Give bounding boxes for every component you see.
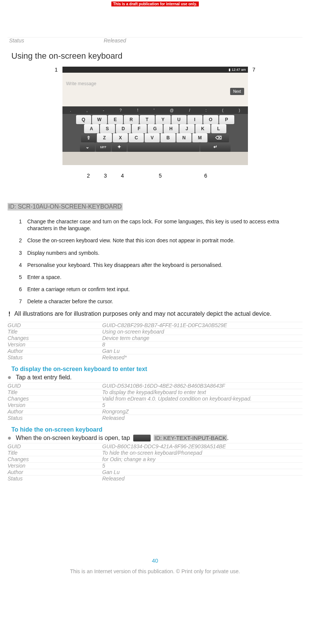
- backspace-key: ⌫: [208, 133, 229, 142]
- close-key: ⌄: [80, 142, 95, 151]
- message-placeholder: Write message: [66, 81, 97, 86]
- list-item: 6Enter a carriage return or confirm text…: [19, 286, 302, 293]
- list-item: 5Enter a space.: [19, 274, 302, 281]
- footer-text: This is an Internet version of this publ…: [8, 568, 302, 574]
- enter-key: ↵: [200, 142, 231, 151]
- callout-6: 6: [204, 173, 207, 179]
- space-key: [128, 142, 199, 151]
- symbol-row: . , - ? ! ' @ / : ( ): [62, 106, 248, 114]
- list-item: 1Change the character case and turn on t…: [19, 218, 302, 232]
- next-button: Next: [230, 88, 244, 95]
- status-value: Released: [104, 37, 301, 44]
- symbols-key: 12!?: [96, 142, 111, 151]
- bullet-text-before: When the on-screen keyboard is open, tap: [16, 435, 130, 441]
- list-item: 2Close the on-screen keyboard view. Note…: [19, 237, 302, 244]
- shift-key: ⇧: [81, 133, 96, 142]
- meta-block-2: GUIDGUID-D53410B6-16DD-4BE2-8862-B460B3A…: [8, 382, 302, 421]
- image-id: ID: SCR-10AU-ON-SCREEN-KEYBOARD: [8, 203, 123, 211]
- time-label: 12:47 am: [232, 68, 246, 72]
- status-label: Status: [9, 37, 104, 44]
- numbered-list: 1Change the character case and turn on t…: [8, 218, 302, 305]
- keyboard-illustration: ▮ 12:47 am Write message Next . , - ? ! …: [62, 67, 248, 165]
- notice: ! All illustrations are for illustration…: [8, 310, 302, 318]
- callout-4: 4: [121, 173, 124, 179]
- list-item: 4Personalise your keyboard. This key dis…: [19, 262, 302, 268]
- notice-text: All illustrations are for illustration p…: [14, 310, 271, 317]
- page-number: 40: [8, 557, 302, 564]
- callout-3: 3: [104, 173, 107, 179]
- bullet-text-after: .: [227, 435, 229, 441]
- key-id-inline: ID: KEY-TEXT-INPUT-BACK: [154, 435, 227, 441]
- illustration-statusbar: ▮ 12:47 am: [62, 67, 248, 73]
- key-row-2: A S D F G H J K L: [64, 124, 247, 133]
- status-row: Status Released: [8, 37, 302, 44]
- callout-5: 5: [159, 173, 162, 179]
- subheading-display: To display the on-screen keyboard to ent…: [11, 366, 302, 373]
- section-heading: Using the on-screen keyboard: [11, 51, 302, 61]
- exclamation-icon: !: [8, 310, 11, 318]
- subheading-hide: To hide the on-screen keyboard: [11, 426, 302, 433]
- draft-banner: This is a draft publication for internal…: [111, 2, 199, 6]
- list-item: 7Delete a character before the cursor.: [19, 298, 302, 305]
- callout-7: 7: [252, 67, 255, 73]
- personalise-key: ✦: [112, 142, 127, 151]
- callout-2: 2: [87, 173, 90, 179]
- key-row-4: ⌄ 12!? ✦ ↵: [64, 142, 247, 151]
- meta-block-1: GUIDGUID-C82BF299-B2B7-4FFE-911E-D0FC3A0…: [8, 322, 302, 360]
- list-item: 3Display numbers and symbols.: [19, 249, 302, 256]
- bullet-line: • When the on-screen keyboard is open, t…: [8, 435, 302, 442]
- key-row-3: ⇧ Z X C V B N M ⌫: [64, 133, 247, 142]
- callout-1: 1: [55, 67, 58, 73]
- bullet-text: Tap a text entry field.: [16, 374, 72, 381]
- signal-icon: ▮: [229, 68, 231, 72]
- key-row-1: Q W E R T Y U I O P: [64, 115, 247, 124]
- back-key-icon: [133, 435, 151, 441]
- bullet-line: • Tap a text entry field.: [8, 374, 302, 381]
- meta-block-3: GUIDGUID-B60C1834-DDC9-421A-8F96-2E9038A…: [8, 443, 302, 482]
